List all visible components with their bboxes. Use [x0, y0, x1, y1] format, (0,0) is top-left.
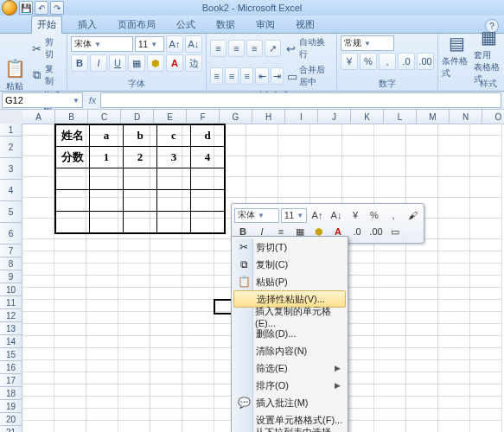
cell[interactable]: [438, 251, 470, 264]
cell[interactable]: [310, 136, 342, 156]
cell[interactable]: [406, 324, 438, 336]
formula-bar[interactable]: [100, 92, 501, 108]
mini-merge[interactable]: ▭: [386, 224, 404, 239]
mini-size-select[interactable]: 11▼: [281, 208, 307, 223]
cell[interactable]: [246, 156, 278, 177]
cell[interactable]: [438, 288, 470, 300]
cell[interactable]: [438, 409, 470, 421]
cell[interactable]: [438, 360, 470, 372]
cell[interactable]: [438, 421, 470, 432]
cell[interactable]: [86, 239, 118, 251]
cell[interactable]: [278, 136, 310, 156]
tab-home[interactable]: 开始: [31, 16, 62, 34]
cell[interactable]: [54, 360, 86, 372]
fx-icon[interactable]: fx: [85, 95, 100, 105]
row-header[interactable]: 18: [0, 387, 22, 400]
context-menu-item[interactable]: 📋粘贴(P): [233, 273, 346, 290]
office-button[interactable]: [2, 0, 17, 16]
cell[interactable]: [54, 324, 86, 336]
cell[interactable]: [150, 384, 182, 397]
cell[interactable]: [470, 124, 502, 136]
cell[interactable]: [150, 288, 182, 300]
cell[interactable]: [406, 421, 438, 432]
cell[interactable]: [406, 397, 438, 409]
cell[interactable]: [118, 397, 150, 409]
cell[interactable]: [54, 409, 86, 421]
cell[interactable]: [406, 360, 438, 372]
row-header[interactable]: 14: [0, 335, 22, 348]
cell[interactable]: [438, 156, 470, 177]
cell[interactable]: [182, 251, 214, 264]
qat-save-icon[interactable]: 💾: [19, 1, 33, 15]
cell[interactable]: [406, 348, 438, 360]
cell[interactable]: [22, 156, 54, 177]
cell[interactable]: [118, 384, 150, 397]
cell[interactable]: [470, 372, 502, 384]
cell[interactable]: [22, 409, 54, 421]
cell[interactable]: [278, 124, 310, 136]
cell[interactable]: [438, 300, 470, 312]
cell[interactable]: [406, 156, 438, 177]
row-header[interactable]: 20: [0, 413, 22, 426]
paste-button[interactable]: 📋 粘贴: [3, 54, 26, 96]
col-header[interactable]: D: [121, 110, 154, 124]
dec-decimal-button[interactable]: .00: [417, 53, 434, 70]
cell[interactable]: [470, 384, 502, 397]
cell[interactable]: [150, 239, 182, 251]
cell[interactable]: [470, 348, 502, 360]
cell[interactable]: [438, 219, 470, 239]
cell[interactable]: [438, 324, 470, 336]
cell[interactable]: [246, 177, 278, 198]
align-left-button[interactable]: ≡: [210, 67, 223, 85]
cell[interactable]: [438, 348, 470, 360]
cell[interactable]: [22, 288, 54, 300]
col-header[interactable]: N: [450, 110, 482, 124]
cell[interactable]: [22, 397, 54, 409]
mini-grow-font[interactable]: A↑: [309, 207, 326, 223]
tab-view[interactable]: 视图: [290, 16, 320, 33]
mini-currency[interactable]: ¥: [347, 207, 364, 223]
cell[interactable]: [406, 300, 438, 312]
col-header[interactable]: K: [351, 110, 384, 124]
cell[interactable]: [54, 384, 86, 397]
cell[interactable]: [22, 312, 54, 324]
col-header[interactable]: G: [220, 110, 252, 124]
tab-data[interactable]: 数据: [211, 16, 240, 33]
grow-font-button[interactable]: A↑: [166, 35, 183, 53]
cell[interactable]: [182, 336, 214, 348]
cell[interactable]: [86, 312, 118, 324]
mini-comma[interactable]: ,: [385, 207, 402, 223]
cell[interactable]: [54, 300, 86, 312]
align-bottom-button[interactable]: ≡: [246, 40, 263, 57]
cell[interactable]: [22, 421, 54, 432]
cell[interactable]: [118, 300, 150, 312]
table-cell[interactable]: 3: [157, 147, 191, 168]
table-cell[interactable]: c: [157, 124, 191, 147]
cell[interactable]: [406, 276, 438, 288]
cell[interactable]: [246, 136, 278, 156]
cell[interactable]: [86, 360, 118, 372]
cell[interactable]: [86, 288, 118, 300]
cell[interactable]: [374, 324, 406, 336]
cell[interactable]: [86, 372, 118, 384]
underline-button[interactable]: U: [109, 54, 126, 72]
cell[interactable]: [118, 336, 150, 348]
cell[interactable]: [86, 409, 118, 421]
cell[interactable]: [118, 348, 150, 360]
cell[interactable]: [310, 124, 342, 136]
cell[interactable]: [470, 421, 502, 432]
cell[interactable]: [54, 336, 86, 348]
cell[interactable]: [342, 124, 374, 136]
cell[interactable]: [406, 264, 438, 276]
name-box[interactable]: G12▼: [2, 92, 83, 108]
cell[interactable]: [118, 288, 150, 300]
cell[interactable]: [374, 136, 406, 156]
row-header[interactable]: 10: [0, 283, 22, 296]
table-cell[interactable]: a: [90, 124, 124, 147]
tab-review[interactable]: 审阅: [251, 16, 280, 33]
table-cell[interactable]: 1: [90, 147, 124, 168]
col-header[interactable]: F: [187, 110, 220, 124]
cell[interactable]: [22, 239, 54, 251]
cell[interactable]: [374, 360, 406, 372]
cell[interactable]: [150, 336, 182, 348]
